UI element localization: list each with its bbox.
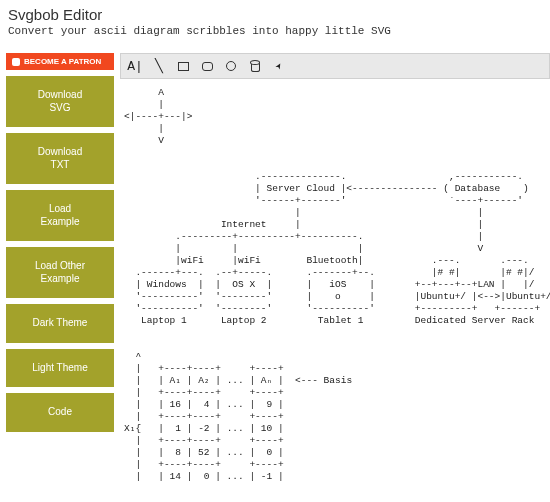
ascii-canvas[interactable]: A | <|----+---|> | V .--------------. ,-… [120,79,550,502]
sidebar: BECOME A PATRON Download SVG Download TX… [0,53,120,502]
app-subtitle: Convert your ascii diagram scribbles int… [8,25,542,37]
code-button[interactable]: Code [6,393,114,432]
load-example-button[interactable]: Load Example [6,190,114,241]
dark-theme-button[interactable]: Dark Theme [6,304,114,343]
rounded-rect-tool-icon[interactable] [199,58,215,74]
patreon-icon [12,58,20,66]
line-tool-icon[interactable]: ╲ [151,58,167,74]
app-title: Svgbob Editor [8,6,542,23]
patron-label: BECOME A PATRON [24,57,101,66]
download-svg-button[interactable]: Download SVG [6,76,114,127]
load-other-example-button[interactable]: Load Other Example [6,247,114,298]
text-tool-icon[interactable]: A| [127,58,143,74]
circle-tool-icon[interactable] [223,58,239,74]
light-theme-button[interactable]: Light Theme [6,349,114,388]
pointer-tool-icon[interactable]: ➤ [268,55,290,77]
become-patron-button[interactable]: BECOME A PATRON [6,53,114,70]
download-txt-button[interactable]: Download TXT [6,133,114,184]
cylinder-tool-icon[interactable] [247,58,263,74]
rect-tool-icon[interactable] [175,58,191,74]
toolbar: A| ╲ ➤ [120,53,550,79]
